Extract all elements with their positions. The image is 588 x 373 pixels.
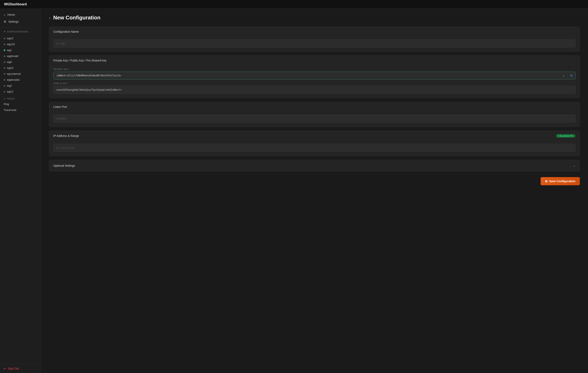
signout-icon: ⇤	[4, 367, 6, 370]
ip-input[interactable]	[53, 144, 576, 152]
sidebar-item-ping[interactable]: Ping	[0, 101, 41, 107]
private-key-refresh-icon[interactable]: ↻	[567, 74, 575, 78]
config-name-body	[49, 37, 580, 52]
ip-section: IP Address & Range 0 Available IPs	[49, 130, 580, 156]
chevron-down-icon: ⌄	[573, 164, 576, 168]
configs-section-header: ⚑ CONFIGURATIONS	[0, 28, 41, 35]
main-layout: ⌂ Home ⚙ Settings ⚑ CONFIGURATIONS wg13w…	[0, 9, 588, 373]
configs-section-label: ⚑ CONFIGURATIONS	[4, 31, 37, 33]
available-ips-badge: 0 Available IPs	[556, 134, 576, 138]
wg-external-status-dot	[4, 73, 5, 75]
listen-port-header: Listen Port	[49, 102, 580, 112]
wg13-label: wg13	[7, 37, 13, 40]
config-name-input[interactable]	[53, 39, 576, 47]
sidebar-item-wg0[interactable]: wg0	[0, 59, 41, 65]
save-configuration-button[interactable]: ⊞ Save Configuration	[541, 177, 580, 185]
sidebar-item-settings-label: Settings	[8, 20, 19, 23]
signout-section: ⇤ Sign Out	[0, 364, 41, 373]
wg1-label: wg1	[7, 49, 12, 52]
sidebar-item-wgdonald1[interactable]: wgdonald1	[0, 77, 41, 83]
sidebar-item-home[interactable]: ⌂ Home	[0, 11, 41, 18]
wg12-status-dot	[4, 91, 5, 93]
keys-body: PRIVATE KEY ✓ ↻ PUBLIC KEY	[49, 65, 580, 98]
sidebar-item-settings[interactable]: ⚙ Settings	[0, 18, 41, 25]
private-key-input[interactable]	[53, 72, 560, 79]
optional-settings-header[interactable]: Optional Settings ⌄	[49, 160, 580, 171]
sidebar-item-wg2[interactable]: wg2	[0, 83, 41, 89]
main-content: ‹ New Configuration Configuration Name P…	[41, 9, 588, 373]
wgdonald-label: wgdonald	[7, 54, 18, 58]
wg10-label: wg10	[7, 66, 13, 69]
save-icon: ⊞	[545, 180, 547, 183]
ip-body	[49, 141, 580, 156]
config-list: wg13wg123wg1wgdonaldwg0wg10wg-externalwg…	[0, 35, 41, 95]
private-key-wrapper: ✓ ↻	[53, 72, 576, 79]
config-name-header: Configuration Name	[49, 27, 580, 37]
wg10-status-dot	[4, 67, 5, 69]
back-button[interactable]: ‹	[49, 16, 51, 20]
public-key-input	[53, 86, 576, 94]
save-btn-label: Save Configuration	[549, 180, 575, 183]
optional-settings-section: Optional Settings ⌄	[49, 160, 580, 171]
top-bar: WGDashboard	[0, 0, 588, 9]
tools-icon: ✕	[4, 98, 6, 100]
wg0-label: wg0	[7, 61, 12, 64]
wg13-status-dot	[4, 38, 5, 39]
keys-header: Private Key / Public Key / Pre-Shared Ke…	[49, 55, 580, 65]
private-key-label: PRIVATE KEY	[53, 68, 576, 71]
gear-icon: ⚙	[4, 20, 6, 23]
private-key-check-icon[interactable]: ✓	[560, 74, 567, 78]
wg1-status-dot	[4, 49, 5, 51]
ip-header: IP Address & Range 0 Available IPs	[49, 131, 580, 141]
sidebar: ⌂ Home ⚙ Settings ⚑ CONFIGURATIONS wg13w…	[0, 9, 41, 373]
config-name-section: Configuration Name	[49, 27, 580, 52]
tools-section: ✕ TOOLS Ping Traceroute	[0, 95, 41, 114]
listen-port-section: Listen Port	[49, 102, 580, 127]
signout-label: Sign Out	[8, 367, 19, 370]
wg-external-label: wg-external	[7, 72, 21, 75]
configs-section-icon: ⚑	[4, 31, 6, 33]
wgdonald1-label: wgdonald1	[7, 78, 20, 81]
sidebar-nav: ⌂ Home ⚙ Settings	[0, 9, 41, 28]
page-title: New Configuration	[53, 14, 100, 21]
wg123-status-dot	[4, 43, 5, 45]
sidebar-item-traceroute[interactable]: Traceroute	[0, 107, 41, 113]
sidebar-item-wg10[interactable]: wg10	[0, 65, 41, 71]
signout-button[interactable]: ⇤ Sign Out	[4, 367, 37, 370]
public-key-label: PUBLIC KEY	[53, 82, 576, 85]
sidebar-item-home-label: Home	[7, 13, 15, 16]
sidebar-item-wg13[interactable]: wg13	[0, 35, 41, 41]
sidebar-item-wgdonald[interactable]: wgdonald	[0, 53, 41, 59]
page-header: ‹ New Configuration	[49, 14, 580, 21]
home-icon: ⌂	[4, 13, 5, 16]
keys-section: Private Key / Public Key / Pre-Shared Ke…	[49, 55, 580, 98]
sidebar-item-wg1[interactable]: wg1	[0, 47, 41, 53]
wgdonald-status-dot	[4, 55, 5, 57]
wg0-status-dot	[4, 61, 5, 63]
wg2-status-dot	[4, 85, 5, 87]
sidebar-item-wg12[interactable]: wg12	[0, 89, 41, 95]
tools-section-label: ✕ TOOLS	[0, 98, 41, 101]
sidebar-item-wg123[interactable]: wg123	[0, 41, 41, 47]
wg123-label: wg123	[7, 43, 15, 46]
wgdonald1-status-dot	[4, 79, 5, 81]
app-title: WGDashboard	[4, 2, 27, 6]
wg2-label: wg2	[7, 84, 12, 87]
sidebar-item-wg-external[interactable]: wg-external	[0, 71, 41, 77]
listen-port-input[interactable]	[53, 115, 576, 123]
listen-port-body	[49, 112, 580, 127]
wg12-label: wg12	[7, 90, 13, 93]
